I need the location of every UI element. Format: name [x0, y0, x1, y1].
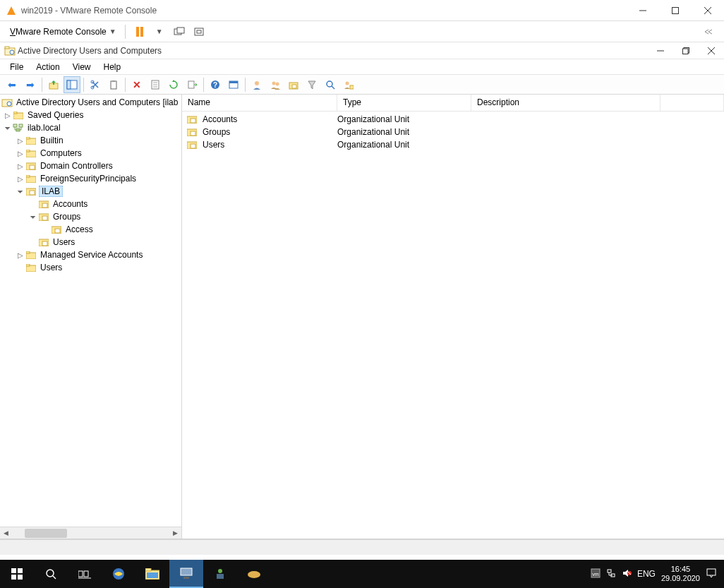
tray-clock[interactable]: 16:45 29.09.2020 — [661, 565, 700, 583]
svg-rect-93 — [183, 577, 189, 579]
refresh-button[interactable] — [165, 76, 182, 93]
taskbar-app[interactable] — [237, 560, 271, 588]
vmware-minimize-button[interactable] — [627, 0, 659, 21]
column-header-type[interactable]: Type — [337, 95, 471, 111]
expand-icon[interactable]: ▷ — [16, 137, 25, 145]
search-button[interactable] — [322, 76, 339, 93]
svg-rect-79 — [11, 568, 16, 573]
svg-rect-46 — [19, 124, 23, 127]
list-row[interactable]: Groups Organizational Unit — [182, 126, 724, 138]
taskbar-aduc[interactable] — [203, 560, 237, 588]
taskbar-explorer[interactable] — [135, 560, 169, 588]
taskbar-ie[interactable] — [102, 560, 135, 588]
cut-button[interactable] — [87, 76, 104, 93]
clipboard-icon — [109, 80, 119, 90]
ad-close-button[interactable] — [699, 42, 724, 59]
svg-rect-9 — [5, 47, 9, 49]
ad-root-icon — [1, 97, 13, 108]
scroll-left-arrow[interactable]: ◀ — [0, 527, 12, 539]
filter-button[interactable] — [303, 76, 320, 93]
vmware-fullscreen-button[interactable] — [191, 23, 207, 40]
vmware-console-menu[interactable]: VMware Remote Console ▼ — [6, 25, 121, 39]
list-row[interactable]: Users Organizational Unit — [182, 138, 724, 151]
vmware-maximize-button[interactable] — [659, 0, 692, 21]
tree-ilab-users[interactable]: Users — [0, 236, 181, 248]
column-header-name[interactable]: Name — [182, 95, 337, 111]
copy-button[interactable] — [105, 76, 122, 93]
tray-language[interactable]: ENG — [637, 569, 656, 579]
search-button-taskbar[interactable] — [34, 560, 68, 588]
column-header-description[interactable]: Description — [471, 95, 660, 111]
tree-computers[interactable]: ▷ Computers — [0, 147, 181, 160]
tray-vmware-icon[interactable]: vm — [591, 568, 601, 580]
new-ou-button[interactable] — [285, 76, 302, 93]
tree-ilab-accounts[interactable]: Accounts — [0, 198, 181, 210]
collapse-icon[interactable]: ⏷ — [16, 188, 25, 196]
menu-action[interactable]: Action — [30, 61, 65, 73]
properties-button[interactable] — [147, 76, 164, 93]
expand-icon[interactable]: ▷ — [16, 162, 25, 170]
up-level-button[interactable] — [45, 76, 62, 93]
ad-maximize-button[interactable] — [673, 42, 699, 59]
tree-ilab-groups-access[interactable]: Access — [0, 223, 181, 236]
folder-up-icon — [48, 79, 59, 90]
taskbar-server-manager[interactable] — [169, 560, 203, 588]
tree-fsp[interactable]: ▷ ForeignSecurityPrincipals — [0, 172, 181, 185]
tray-volume-icon[interactable] — [622, 568, 632, 580]
expand-icon[interactable]: ▷ — [16, 251, 25, 259]
clock-time: 16:45 — [661, 565, 700, 574]
find-button[interactable] — [225, 76, 242, 93]
list-row[interactable]: Accounts Organizational Unit — [182, 113, 724, 126]
show-hide-tree-button[interactable] — [64, 76, 80, 93]
svg-rect-80 — [18, 568, 23, 573]
tree-ilab-groups[interactable]: ⏷ Groups — [0, 210, 181, 223]
scrollbar-thumb[interactable] — [25, 529, 67, 538]
tray-network-icon[interactable] — [606, 568, 616, 580]
tree-builtin[interactable]: ▷ Builtin — [0, 134, 181, 147]
svg-rect-78 — [191, 144, 195, 148]
vmware-pause-button[interactable] — [131, 23, 148, 40]
tray-notifications-icon[interactable] — [706, 568, 717, 580]
pause-icon — [136, 27, 143, 37]
domain-icon — [13, 122, 24, 133]
expand-icon[interactable]: ▷ — [16, 175, 25, 183]
tree-msa[interactable]: ▷ Managed Service Accounts — [0, 248, 181, 261]
nav-back-button[interactable]: ⬅ — [4, 76, 20, 93]
tree[interactable]: Active Directory Users and Computers [il… — [0, 95, 181, 275]
svg-line-84 — [53, 576, 56, 579]
vmware-send-cad-button[interactable] — [171, 23, 188, 40]
expand-icon[interactable]: ▷ — [3, 112, 13, 119]
collapse-icon[interactable]: ⏷ — [28, 213, 38, 221]
tree-horizontal-scrollbar[interactable]: ◀ ▶ — [0, 527, 181, 539]
delete-button[interactable]: ✕ — [128, 76, 145, 93]
export-list-button[interactable] — [183, 76, 200, 93]
ad-minimize-button[interactable] — [648, 42, 673, 59]
task-view-button[interactable] — [68, 560, 102, 588]
svg-rect-1 — [672, 7, 679, 13]
menu-view[interactable]: View — [67, 61, 97, 73]
menu-help[interactable]: Help — [98, 61, 127, 73]
svg-rect-45 — [13, 124, 17, 127]
vmware-power-dropdown[interactable]: ▼ — [151, 23, 168, 40]
tree-domain-controllers[interactable]: ▷ Domain Controllers — [0, 160, 181, 172]
new-group-button[interactable] — [267, 76, 284, 93]
tree-users[interactable]: Users — [0, 261, 181, 274]
ou-icon — [51, 224, 62, 235]
tree-root[interactable]: Active Directory Users and Computers [il… — [0, 96, 181, 109]
tree-ilab[interactable]: ⏷ ILAB — [0, 185, 181, 198]
expand-icon[interactable]: ▷ — [16, 150, 25, 157]
menu-file[interactable]: File — [4, 61, 29, 73]
new-user-button[interactable] — [248, 76, 265, 93]
tree-domain[interactable]: ⏷ ilab.local — [0, 121, 181, 134]
help-button[interactable]: ? — [207, 76, 224, 93]
tree-saved-queries[interactable]: ▷ Saved Queries — [0, 109, 181, 121]
ou-icon — [186, 139, 198, 150]
vmware-close-button[interactable] — [692, 0, 724, 21]
collapse-icon[interactable]: ⏷ — [3, 124, 13, 132]
start-button[interactable] — [0, 560, 34, 588]
vmware-collapse-button[interactable] — [700, 23, 717, 40]
scroll-right-arrow[interactable]: ▶ — [169, 527, 181, 539]
add-to-group-button[interactable] — [340, 76, 357, 93]
nav-forward-button[interactable]: ➡ — [22, 76, 39, 93]
toolbar-separator — [245, 78, 246, 92]
